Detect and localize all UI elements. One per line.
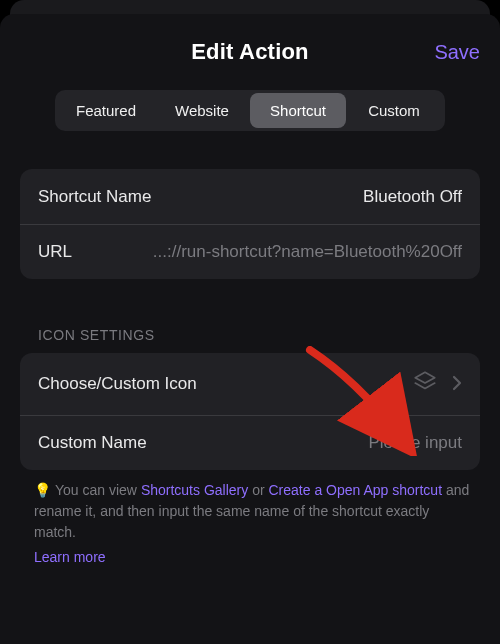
shortcut-name-value: Bluetooth Off: [171, 187, 462, 207]
custom-name-label: Custom Name: [38, 433, 147, 453]
custom-name-row[interactable]: Custom Name Please input: [20, 415, 480, 470]
shortcut-name-row[interactable]: Shortcut Name Bluetooth Off: [20, 169, 480, 224]
choose-icon-row[interactable]: Choose/Custom Icon: [20, 353, 480, 415]
action-type-tabs: Featured Website Shortcut Custom: [55, 90, 445, 131]
learn-more-link[interactable]: Learn more: [34, 549, 106, 565]
url-label: URL: [38, 242, 72, 262]
url-value: ...://run-shortcut?name=Bluetooth%20Off: [90, 242, 462, 262]
shortcuts-gallery-link[interactable]: Shortcuts Gallery: [141, 482, 248, 498]
choose-icon-label: Choose/Custom Icon: [38, 374, 197, 394]
custom-name-placeholder: Please input: [167, 433, 462, 453]
hint-text: 💡You can view Shortcuts Gallery or Creat…: [34, 480, 474, 543]
tab-custom[interactable]: Custom: [346, 93, 442, 128]
chevron-right-icon: [452, 374, 462, 394]
page-title: Edit Action: [191, 39, 309, 65]
sheet-header: Edit Action Save: [20, 14, 480, 90]
layers-icon: [412, 369, 438, 399]
shortcut-name-label: Shortcut Name: [38, 187, 151, 207]
tab-website[interactable]: Website: [154, 93, 250, 128]
icon-settings-card: Choose/Custom Icon Custom Name Please in…: [20, 353, 480, 470]
edit-action-sheet: Edit Action Save Featured Website Shortc…: [0, 14, 500, 644]
shortcut-url-row[interactable]: URL ...://run-shortcut?name=Bluetooth%20…: [20, 224, 480, 279]
bulb-icon: 💡: [34, 480, 51, 501]
save-button[interactable]: Save: [434, 41, 480, 64]
tab-shortcut[interactable]: Shortcut: [250, 93, 346, 128]
tab-featured[interactable]: Featured: [58, 93, 154, 128]
icon-settings-header: ICON SETTINGS: [38, 327, 480, 343]
create-open-app-link[interactable]: Create a Open App shortcut: [268, 482, 442, 498]
shortcut-details-card: Shortcut Name Bluetooth Off URL ...://ru…: [20, 169, 480, 279]
